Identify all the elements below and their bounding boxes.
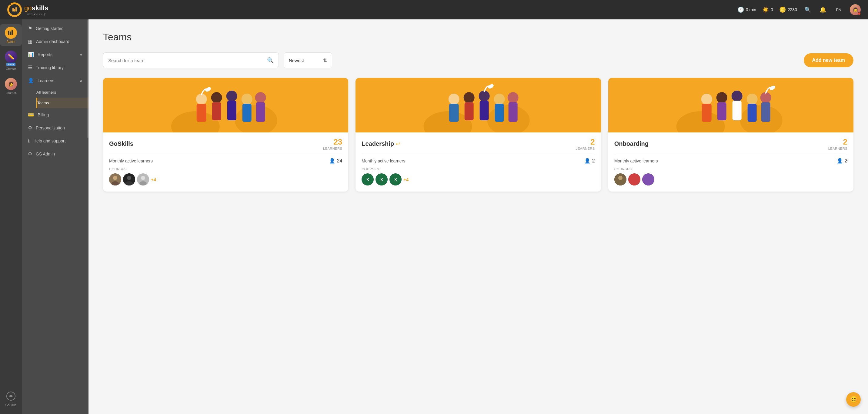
sidebar-item-gs-admin[interactable]: ⚙ GS Admin bbox=[22, 147, 89, 160]
user-avatar[interactable]: 👩 bbox=[850, 4, 861, 15]
course-avatar-x1: X bbox=[362, 173, 374, 186]
learners-label: Learners bbox=[38, 78, 54, 83]
team-header-goskills: GoSkills 23 LEARNERS bbox=[109, 137, 342, 150]
courses-avatars-onboarding bbox=[614, 173, 847, 186]
svg-rect-40 bbox=[495, 104, 504, 122]
svg-point-12 bbox=[211, 92, 222, 103]
course-avatar-o2 bbox=[628, 173, 641, 186]
team-name-onboarding: Onboarding bbox=[614, 140, 649, 147]
course-avatar-x2: X bbox=[375, 173, 388, 186]
time-stat: 🕐 0 min bbox=[737, 6, 756, 13]
team-card-image-onboarding bbox=[608, 78, 854, 132]
monthly-active-onboarding: Monthly active learners 👤 2 bbox=[614, 158, 847, 164]
sidebar-item-all-learners[interactable]: All learners bbox=[36, 87, 89, 98]
sidebar-item-learners[interactable]: 👤 Learners ∧ bbox=[22, 74, 89, 87]
logo-icon bbox=[9, 4, 20, 15]
chevron-up-icon: ∧ bbox=[80, 78, 83, 83]
learner-avatar: 👩 bbox=[5, 78, 17, 90]
svg-point-37 bbox=[479, 91, 490, 101]
course-avatar-o1 bbox=[614, 173, 626, 186]
svg-rect-2 bbox=[16, 7, 17, 11]
svg-rect-13 bbox=[212, 102, 221, 120]
courses-label-goskills: COURSES bbox=[109, 167, 342, 171]
team-card-leadership[interactable]: Leadership ↩ 2 LEARNERS Monthly active l… bbox=[355, 78, 601, 192]
team-header-onboarding: Onboarding 2 LEARNERS bbox=[614, 137, 847, 150]
course-avatar-o3 bbox=[642, 173, 654, 186]
svg-rect-4 bbox=[10, 32, 11, 35]
team-card-goskills[interactable]: GoSkills 23 LEARNERS Monthly active lear… bbox=[103, 78, 348, 192]
logo-sub: anniversary bbox=[24, 12, 49, 15]
getting-started-icon: ⚑ bbox=[28, 26, 32, 31]
leadership-arrow-icon: ↩ bbox=[396, 140, 400, 147]
sort-dropdown[interactable]: Newest ⇅ bbox=[284, 53, 332, 68]
svg-rect-1 bbox=[14, 9, 15, 11]
svg-rect-56 bbox=[761, 102, 770, 122]
notification-button[interactable]: 🔔 bbox=[818, 5, 827, 14]
topnav: th go skills anniversary 🕐 0 min ☀️ 0 bbox=[0, 0, 868, 20]
billing-label: Billing bbox=[38, 113, 49, 117]
monthly-label-goskills: Monthly active learners bbox=[109, 159, 153, 163]
svg-point-53 bbox=[746, 94, 757, 104]
course-avatar-3 bbox=[137, 173, 149, 186]
team-count-leadership: 2 bbox=[576, 137, 595, 147]
sidebar-item-help-support[interactable]: ℹ Help and support bbox=[22, 134, 89, 147]
courses-avatars-leadership: X X X +4 bbox=[362, 173, 595, 186]
team-card-onboarding[interactable]: Onboarding 2 LEARNERS Monthly active lea… bbox=[608, 78, 854, 192]
sidebar: ⚑ Getting started ▦ Admin dashboard 📊 Re… bbox=[22, 20, 89, 414]
rail-item-goskills[interactable]: GoSkills bbox=[0, 388, 22, 409]
course-avatar-1 bbox=[109, 173, 121, 186]
svg-rect-54 bbox=[747, 104, 756, 122]
svg-rect-17 bbox=[243, 104, 252, 122]
sidebar-item-billing[interactable]: 💳 Billing bbox=[22, 108, 89, 121]
search-box[interactable]: 🔍 bbox=[103, 53, 279, 68]
gs-admin-label: GS Admin bbox=[36, 152, 55, 156]
search-button[interactable]: 🔍 bbox=[803, 5, 812, 14]
team-name-leadership: Leadership bbox=[362, 140, 394, 147]
team-card-image-leadership bbox=[355, 78, 601, 132]
svg-point-39 bbox=[494, 94, 505, 104]
active-icon: 👤 bbox=[329, 158, 335, 164]
sun-icon: ☀️ bbox=[762, 6, 769, 13]
sidebar-item-getting-started[interactable]: ⚑ Getting started bbox=[22, 22, 89, 35]
sidebar-item-reports[interactable]: 📊 Reports ∨ bbox=[22, 48, 89, 61]
sidebar-item-training-library[interactable]: ☰ Training library bbox=[22, 61, 89, 74]
svg-rect-0 bbox=[12, 8, 13, 11]
team-name-goskills: GoSkills bbox=[109, 140, 133, 147]
sidebar-item-admin-dashboard[interactable]: ▦ Admin dashboard bbox=[22, 35, 89, 48]
search-icon[interactable]: 🔍 bbox=[267, 57, 274, 64]
learners-label-goskills: LEARNERS bbox=[323, 147, 342, 150]
active-number-onboarding: 2 bbox=[845, 158, 847, 164]
sort-icon: ⇅ bbox=[323, 58, 327, 63]
personalization-label: Personalization bbox=[36, 125, 65, 130]
main-content: Teams 🔍 Newest ⇅ Add new team bbox=[89, 20, 868, 414]
beta-badge: BETA bbox=[6, 63, 15, 66]
svg-rect-5 bbox=[11, 30, 13, 35]
sidebar-item-personalization[interactable]: ⚙ Personalization bbox=[22, 121, 89, 134]
svg-point-35 bbox=[464, 92, 475, 103]
svg-rect-60 bbox=[628, 173, 641, 186]
feedback-button[interactable]: 😊 bbox=[846, 392, 861, 407]
courses-avatars-goskills: +4 bbox=[109, 173, 342, 186]
team-count-goskills: 23 bbox=[323, 137, 342, 147]
svg-rect-52 bbox=[732, 101, 741, 120]
team-card-body-goskills: GoSkills 23 LEARNERS Monthly active lear… bbox=[103, 132, 348, 192]
help-support-label: Help and support bbox=[33, 138, 66, 144]
rail-item-creator[interactable]: ✏️ BETA Creator bbox=[0, 48, 22, 73]
active-icon-leadership: 👤 bbox=[584, 158, 590, 164]
svg-point-16 bbox=[242, 94, 252, 104]
svg-point-14 bbox=[226, 91, 237, 101]
search-input[interactable] bbox=[108, 58, 267, 63]
team-card-body-onboarding: Onboarding 2 LEARNERS Monthly active lea… bbox=[608, 132, 854, 192]
add-new-team-button[interactable]: Add new team bbox=[804, 53, 854, 67]
rail-item-admin[interactable]: Admin bbox=[0, 24, 22, 46]
smile-icon: 😊 bbox=[849, 395, 858, 404]
teams-grid: GoSkills 23 LEARNERS Monthly active lear… bbox=[103, 78, 854, 192]
sidebar-item-teams[interactable]: Teams bbox=[36, 98, 89, 108]
language-button[interactable]: EN bbox=[833, 6, 844, 13]
rail-item-learner[interactable]: 👩 Learner bbox=[0, 75, 22, 97]
logo-go: go bbox=[24, 4, 32, 12]
logo: th go skills anniversary bbox=[7, 2, 49, 17]
svg-point-47 bbox=[701, 94, 712, 104]
svg-rect-50 bbox=[717, 102, 726, 120]
active-number-goskills: 24 bbox=[337, 158, 342, 164]
